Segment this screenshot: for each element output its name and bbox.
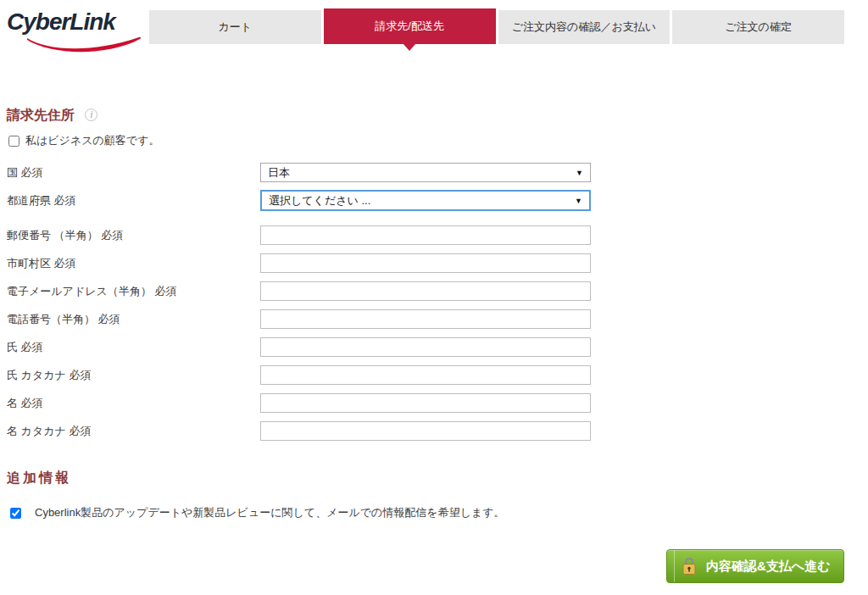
tab-order-complete[interactable]: ご注文の確定: [672, 10, 844, 44]
billing-section-title-text: 請求先住所: [7, 108, 75, 122]
business-customer-label: 私はビジネスの顧客です。: [25, 133, 159, 148]
country-select-value: 日本: [268, 165, 290, 181]
billing-section-title: 請求先住所 i: [7, 107, 97, 125]
proceed-to-payment-label: 内容確認&支払へ進む: [706, 559, 831, 575]
additional-info-title-text: 追加情報: [7, 470, 71, 485]
tab-billing-shipping-label: 請求先/配送先: [375, 19, 444, 34]
city-row: 市町村区 必須: [7, 249, 592, 277]
country-select[interactable]: 日本 ▼: [260, 163, 591, 182]
tab-order-confirm-payment-label: ご注文内容の確認／お支払い: [512, 19, 656, 35]
cyberlink-logo[interactable]: CyberLink: [7, 8, 142, 51]
newsletter-row: Cyberlink製品のアップデートや新製品レビューに関して、メールでの情報配信…: [10, 505, 505, 520]
postal-code-label: 郵便番号 （半角） 必須: [7, 228, 260, 243]
dropdown-arrow-icon: ▼: [576, 169, 583, 177]
prefecture-select[interactable]: 選択してください ... ▼: [260, 190, 591, 211]
first-name-katakana-input[interactable]: [260, 421, 591, 441]
cyberlink-logo-text: CyberLink: [7, 8, 115, 36]
postal-code-input[interactable]: [260, 225, 591, 245]
last-name-label: 氏 必須: [7, 340, 260, 355]
email-row: 電子メールアドレス（半角） 必須: [7, 277, 592, 305]
button-divider: [674, 550, 675, 582]
last-name-katakana-input[interactable]: [260, 365, 591, 385]
phone-label: 電話番号（半角） 必須: [7, 312, 260, 327]
last-name-row: 氏 必須: [7, 333, 592, 361]
first-name-katakana-label: 名 カタカナ 必須: [7, 424, 260, 439]
proceed-to-payment-button[interactable]: 内容確認&支払へ進む: [666, 549, 844, 583]
logo-swoosh-icon: [25, 35, 142, 53]
tab-cart-label: カート: [219, 19, 253, 35]
city-input[interactable]: [260, 253, 591, 273]
last-name-katakana-row: 氏 カタカナ 必須: [7, 361, 592, 389]
tab-billing-shipping[interactable]: 請求先/配送先: [324, 8, 496, 44]
prefecture-row: 都道府県 必須 選択してください ... ▼: [7, 186, 592, 214]
prefecture-label: 都道府県 必須: [7, 193, 260, 209]
business-customer-row: 私はビジネスの顧客です。: [8, 133, 159, 148]
newsletter-checkbox[interactable]: [10, 508, 21, 519]
business-customer-checkbox[interactable]: [8, 136, 19, 147]
email-label: 電子メールアドレス（半角） 必須: [7, 284, 260, 299]
first-name-katakana-row: 名 カタカナ 必須: [7, 417, 592, 445]
country-label: 国 必須: [7, 165, 260, 181]
checkout-steps: カート 請求先/配送先 ご注文内容の確認／お支払い ご注文の確定: [149, 8, 844, 44]
prefecture-select-value: 選択してください ...: [269, 193, 370, 209]
last-name-katakana-label: 氏 カタカナ 必須: [7, 368, 260, 383]
tab-order-confirm-payment[interactable]: ご注文内容の確認／お支払い: [498, 10, 670, 44]
city-label: 市町村区 必須: [7, 256, 260, 271]
info-icon[interactable]: i: [85, 108, 97, 121]
last-name-input[interactable]: [260, 337, 591, 357]
postal-code-row: 郵便番号 （半角） 必須: [7, 221, 592, 249]
phone-row: 電話番号（半角） 必須: [7, 305, 592, 333]
additional-info-section-title: 追加情報: [7, 470, 71, 487]
newsletter-label: Cyberlink製品のアップデートや新製品レビューに関して、メールでの情報配信…: [35, 505, 505, 520]
first-name-input[interactable]: [260, 393, 591, 413]
first-name-row: 名 必須: [7, 389, 592, 417]
country-row: 国 必須 日本 ▼: [7, 158, 592, 186]
first-name-label: 名 必須: [7, 396, 260, 411]
tab-cart[interactable]: カート: [149, 10, 321, 44]
billing-form: 国 必須 日本 ▼ 都道府県 必須 選択してください ... ▼ 郵便番号 （半…: [7, 158, 592, 445]
tab-order-complete-label: ご注文の確定: [725, 19, 792, 35]
lock-icon: [681, 557, 698, 576]
email-input[interactable]: [260, 281, 591, 301]
dropdown-arrow-icon: ▼: [575, 197, 582, 205]
phone-input[interactable]: [260, 309, 591, 329]
